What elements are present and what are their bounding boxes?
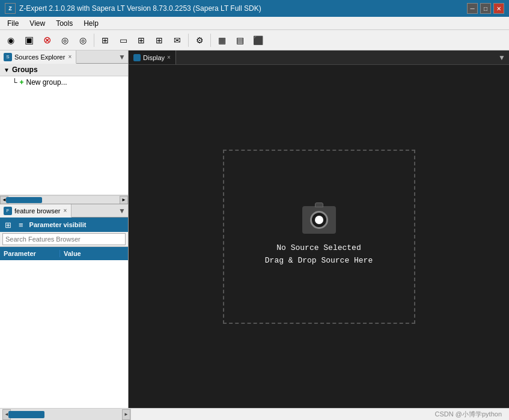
toolbar-sep-2 [188, 34, 189, 47]
display-tab-close[interactable]: × [167, 54, 171, 61]
toolbar-btn-12[interactable]: ▦ [213, 32, 230, 49]
toolbar-btn-3[interactable]: ⊗ [38, 32, 55, 49]
param-header: Parameter Value [0, 247, 128, 260]
toolbar-sep-1 [94, 34, 94, 47]
feature-toolbar-grid-icon[interactable]: ⊞ [2, 219, 14, 231]
feature-toolbar: ⊞ ≡ Parameter visibilit [0, 218, 128, 232]
toolbar-btn-9[interactable]: ⊞ [151, 32, 168, 49]
toolbar-btn-13[interactable]: ▤ [231, 32, 248, 49]
toolbar-btn-7[interactable]: ▭ [115, 32, 132, 49]
camera-icon [302, 206, 336, 234]
menu-file[interactable]: File [2, 18, 23, 29]
tab-feature-browser[interactable]: F feature browser × [0, 204, 72, 218]
menu-help[interactable]: Help [79, 18, 103, 29]
expand-arrow: ▼ [4, 67, 10, 73]
search-bar [0, 232, 128, 247]
title-bar-controls: ─ □ ✕ [467, 3, 504, 14]
sources-explorer-tab-label: Sources Explorer [14, 53, 65, 61]
param-content [0, 260, 128, 408]
no-source-line1: No Source Selected [265, 242, 373, 255]
status-left-scrollbar[interactable]: ◄ ► [2, 409, 131, 421]
watermark: CSDN @小博学python [435, 410, 502, 419]
no-source-box[interactable]: No Source Selected Drag & Drop Source He… [223, 150, 415, 324]
plus-icon: + [20, 78, 24, 87]
menu-bar: File View Tools Help [0, 17, 509, 30]
sources-explorer-icon: S [4, 53, 12, 61]
sources-explorer-content: ▼ Groups └ + New group... [0, 64, 128, 195]
feature-browser-tab-label: feature browser [14, 207, 60, 215]
display-tab-bar: Display × ▼ [129, 50, 509, 65]
feature-browser-icon: F [4, 207, 12, 215]
status-scroll-right[interactable]: ► [122, 409, 130, 420]
feature-browser-dropdown-icon: ▼ [118, 207, 126, 215]
hscroll-thumb[interactable] [6, 197, 42, 203]
toolbar-btn-4[interactable]: ◎ [56, 32, 73, 49]
camera-bump [315, 202, 323, 207]
sources-explorer-dropdown[interactable]: ▼ [116, 50, 128, 63]
no-source-text: No Source Selected Drag & Drop Source He… [265, 242, 373, 267]
title-bar-left: Z Z-Expert 2.1.0.28 with Sapera LT Versi… [5, 3, 261, 14]
sources-explorer-tab-close[interactable]: × [67, 53, 72, 60]
title-bar-text: Z-Expert 2.1.0.28 with Sapera LT Version… [19, 4, 261, 13]
sources-explorer-tab-bar: S Sources Explorer × ▼ [0, 50, 128, 64]
no-source-line2: Drag & Drop Source Here [265, 255, 373, 267]
groups-label: Groups [12, 65, 38, 74]
search-features-input[interactable] [2, 233, 126, 245]
toolbar-btn-11[interactable]: ⚙ [191, 32, 208, 49]
feature-browser-panel: F feature browser × ▼ ⊞ ≡ Parameter visi… [0, 204, 128, 408]
display-dropdown[interactable]: ▼ [495, 50, 509, 64]
display-tab-icon [133, 54, 141, 61]
param-visibility-label: Parameter visibilit [29, 221, 87, 228]
camera-lens [310, 211, 328, 229]
status-scroll-thumb[interactable] [8, 411, 44, 418]
sources-explorer-panel: S Sources Explorer × ▼ ▼ Groups └ + New … [0, 50, 128, 204]
toolbar-btn-14[interactable]: ⬛ [249, 32, 266, 49]
display-content: No Source Selected Drag & Drop Source He… [129, 65, 509, 408]
app-icon: Z [5, 3, 16, 14]
maximize-button[interactable]: □ [480, 3, 491, 14]
feature-browser-dropdown[interactable]: ▼ [116, 204, 128, 217]
feature-browser-tab-bar: F feature browser × ▼ [0, 204, 128, 218]
minimize-button[interactable]: ─ [467, 3, 478, 14]
toolbar-btn-6[interactable]: ⊞ [97, 32, 114, 49]
feature-toolbar-list-icon[interactable]: ≡ [16, 219, 26, 231]
new-group-item[interactable]: └ + New group... [0, 76, 128, 88]
sources-explorer-dropdown-icon: ▼ [118, 53, 126, 61]
display-tab-label: Display [143, 54, 165, 61]
indent-spacer: └ [12, 78, 17, 87]
parameter-col-header: Parameter [0, 250, 60, 257]
left-panel: S Sources Explorer × ▼ ▼ Groups └ + New … [0, 50, 129, 408]
menu-tools[interactable]: Tools [51, 18, 78, 29]
new-group-label: New group... [26, 78, 67, 87]
toolbar-btn-5[interactable]: ◎ [75, 32, 91, 49]
toolbar-btn-10[interactable]: ✉ [169, 32, 186, 49]
toolbar-sep-3 [210, 34, 211, 47]
title-bar: Z Z-Expert 2.1.0.28 with Sapera LT Versi… [0, 0, 509, 17]
toolbar: ◉ ▣ ⊗ ◎ ◎ ⊞ ▭ ⊞ ⊞ ✉ ⚙ ▦ ▤ ⬛ [0, 30, 509, 50]
feature-browser-tab-close[interactable]: × [62, 207, 67, 214]
camera-lens-inner [315, 216, 323, 224]
groups-header: ▼ Groups [0, 64, 128, 76]
main-layout: S Sources Explorer × ▼ ▼ Groups └ + New … [0, 50, 509, 408]
display-area: Display × ▼ No Source Selected Drag & Dr… [129, 50, 509, 408]
value-col-header: Value [60, 250, 128, 257]
display-dropdown-icon: ▼ [498, 53, 505, 62]
menu-view[interactable]: View [25, 18, 50, 29]
tab-display[interactable]: Display × [129, 50, 176, 64]
hscroll-right-arrow[interactable]: ► [120, 196, 128, 204]
toolbar-btn-8[interactable]: ⊞ [133, 32, 150, 49]
status-bar: ◄ ► CSDN @小博学python [0, 408, 509, 420]
close-button[interactable]: ✕ [493, 3, 504, 14]
toolbar-btn-2[interactable]: ▣ [20, 32, 37, 49]
sources-explorer-hscrollbar[interactable]: ◄ ► [0, 195, 128, 204]
tab-sources-explorer[interactable]: S Sources Explorer × [0, 50, 76, 64]
toolbar-btn-1[interactable]: ◉ [2, 32, 19, 49]
